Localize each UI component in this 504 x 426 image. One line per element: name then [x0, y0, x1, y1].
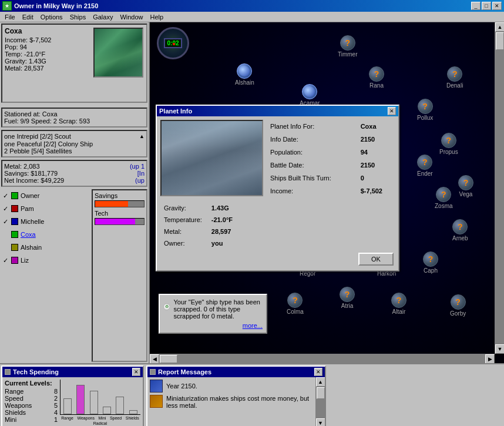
map-planet-vega[interactable]: ?Vega: [458, 175, 473, 197]
close-button[interactable]: ✕: [492, 2, 502, 10]
report-text: Year 2150. Miniaturization makes ships c…: [147, 377, 315, 426]
map-planet-altair[interactable]: ?Altair: [391, 293, 406, 315]
scroll-thumb-h[interactable]: [160, 355, 177, 363]
tech-levels: Current Levels: Range8 Speed2 Weapons5 S…: [5, 380, 58, 425]
map-planet-rana[interactable]: ?Rana: [369, 66, 384, 89]
question-mark-icon: ?: [441, 190, 446, 199]
maximize-button[interactable]: □: [482, 2, 491, 10]
tech-panel-title-bar: Tech Spending ✕: [2, 367, 143, 377]
report-pin-icon: [150, 369, 156, 375]
report-panel-title-bar: Report Messages ✕: [147, 367, 325, 377]
menu-window[interactable]: Window: [116, 13, 146, 21]
planet-label-alshain: Alshain: [235, 79, 254, 86]
scroll-down-button[interactable]: ▼: [495, 344, 504, 354]
menu-ships[interactable]: Ships: [66, 13, 90, 21]
stats-section: Metal: 2,083 (up 1 Savings: $181,779 [In…: [1, 160, 147, 187]
question-mark-icon: ?: [374, 69, 379, 79]
player-liz[interactable]: ✓ Liz: [1, 254, 92, 267]
map-planet-colma[interactable]: ?Colma: [287, 293, 304, 315]
report-scrollbar: ▲ ▼: [315, 377, 325, 426]
tech-chart-bar-radical: [127, 410, 139, 414]
space-map: 0:02 ?TimmerAlshain?Rana?DenaliAcamar?Po…: [150, 22, 504, 363]
planet-label-denali: Denali: [446, 82, 463, 89]
map-planet-ender[interactable]: ?Ender: [417, 155, 433, 177]
menu-options[interactable]: Options: [37, 13, 66, 21]
planet-label-pollux: Pollux: [417, 115, 433, 121]
tech-chart-bar-speed: [101, 407, 113, 414]
player-liz-name: Liz: [21, 257, 29, 264]
info-income-label: Income:: [268, 185, 358, 197]
tech-panel-close-button[interactable]: ✕: [132, 368, 140, 376]
planet-name: Coxa: [5, 27, 88, 35]
ship1[interactable]: one Intrepid [2/2] Scout: [4, 133, 71, 140]
menu-help[interactable]: Help: [147, 13, 167, 21]
tech-spending-panel: Tech Spending ✕ Current Levels: Range8 S…: [1, 365, 144, 426]
ship-fuel-speed: Fuel: 9/9 Speed: 2 Scrap: 593: [4, 118, 145, 125]
map-planet-propus[interactable]: ?Propus: [439, 133, 458, 155]
ok-button[interactable]: OK: [358, 253, 394, 266]
message-row: Miniaturization makes ships cost more mo…: [150, 395, 313, 409]
more-link[interactable]: more...: [243, 322, 263, 329]
savings-bar-label: Savings: [95, 192, 145, 199]
menu-edit[interactable]: Edit: [19, 13, 37, 21]
info-planet-value: Coxa: [358, 120, 395, 133]
report-scroll-up[interactable]: ▲: [316, 377, 325, 387]
scroll-left-button[interactable]: ◀: [150, 354, 159, 363]
tech-bar-fill: [95, 219, 135, 224]
map-planet-atria[interactable]: ?Atria: [340, 287, 355, 309]
map-planet-caph[interactable]: ?Caph: [423, 251, 438, 274]
question-mark-icon: ?: [293, 296, 298, 305]
player-alshain[interactable]: Alshain: [1, 241, 92, 254]
map-planet-zosma[interactable]: ?Zosma: [435, 187, 453, 209]
player-alshain-name: Alshain: [21, 244, 42, 251]
tech-chart-bar-range: [62, 398, 73, 414]
mini-label: Mini: [5, 416, 16, 423]
map-planet-denali[interactable]: ?Denali: [446, 66, 463, 89]
map-planet-arneb[interactable]: ?Arneb: [452, 219, 468, 241]
map-planet-pollux[interactable]: ?Pollux: [417, 99, 433, 121]
notification-box: ♻ Your "Eye" ship type has been scrapped…: [159, 294, 267, 334]
scroll-thumb-v[interactable]: [496, 32, 504, 50]
map-planet-acamar[interactable]: Acamar: [300, 84, 320, 106]
player-pam-name: Pam: [21, 205, 34, 212]
scroll-arrow-up[interactable]: ▲: [139, 133, 145, 139]
map-planet-gorby[interactable]: ?Gorby: [450, 294, 466, 317]
planet-income: Income: $-7,502: [5, 36, 88, 43]
menu-galaxy[interactable]: Galaxy: [89, 13, 116, 21]
planet-info-table: Planet Info For:Coxa Info Date:2150 Popu…: [268, 120, 395, 197]
dialog-title-text: Planet Info: [159, 108, 192, 115]
minimize-button[interactable]: _: [471, 2, 481, 10]
map-planet-timmer[interactable]: ?Timmer: [338, 35, 358, 58]
report-scroll-down[interactable]: ▼: [316, 418, 325, 426]
income-stat: Net Income: $49,229: [4, 177, 64, 184]
year-icon: [150, 380, 163, 393]
ship-info: Stationed at: Coxa Fuel: 9/9 Speed: 2 Sc…: [1, 108, 147, 128]
player-pam[interactable]: ✓ Pam: [1, 202, 92, 215]
scroll-up-button[interactable]: ▲: [495, 22, 504, 32]
title-bar: ★ Owner in Milky Way in 2150 _ □ ✕: [0, 0, 504, 12]
info-income-value: $-7,502: [358, 185, 395, 197]
planet-label-atria: Atria: [341, 303, 354, 309]
player-owner[interactable]: ✓ Owner: [1, 189, 92, 202]
bottom-right-empty: [327, 364, 505, 426]
owner-label: Owner:: [164, 237, 207, 249]
planet-metal: Metal: 28,537: [5, 65, 88, 72]
planet-pop: Pop: 94: [5, 43, 88, 51]
dialog-close-button[interactable]: ✕: [388, 107, 396, 115]
ship3[interactable]: 2 Pebble [5/4] Satellites: [4, 147, 145, 155]
player-coxa[interactable]: Coxa: [1, 228, 92, 241]
info-planet-label: Planet Info For:: [268, 120, 358, 133]
ship2[interactable]: one Peaceful [2/2] Colony Ship: [4, 140, 145, 147]
info-ships-label: Ships Built This Turn:: [268, 172, 358, 185]
report-scroll-thumb[interactable]: [317, 387, 325, 399]
info-ships-value: 0: [358, 172, 395, 185]
map-planet-alshain[interactable]: Alshain: [235, 63, 254, 86]
player-coxa-name[interactable]: Coxa: [21, 231, 36, 238]
player-michelle[interactable]: ✓ Michelle: [1, 215, 92, 228]
planet-info-dialog: Planet Info ✕ Planet Info For:Coxa Info …: [156, 105, 399, 271]
question-mark-icon: ?: [463, 178, 469, 187]
report-panel-close-button[interactable]: ✕: [314, 368, 322, 376]
scroll-right-button[interactable]: ▶: [485, 354, 495, 363]
planet-label-propus: Propus: [439, 149, 458, 155]
menu-file[interactable]: File: [1, 13, 19, 21]
